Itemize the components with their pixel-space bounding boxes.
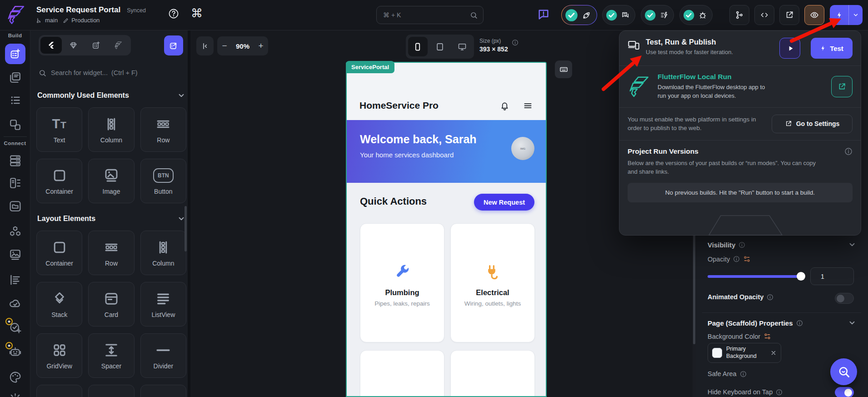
widget-tile-container[interactable]: Container [36, 231, 82, 275]
info-icon[interactable] [733, 256, 740, 262]
preview-button[interactable] [804, 5, 824, 25]
widget-tile-divider[interactable]: Divider [140, 333, 186, 378]
section-collapse-icon[interactable] [848, 241, 856, 249]
tab-premium-widgets[interactable] [63, 37, 84, 54]
sidebar-item-widget-palette[interactable] [5, 44, 25, 64]
environment-name[interactable]: Production [71, 17, 100, 24]
widget-tile-image[interactable]: Image [88, 159, 134, 203]
widget-panel-scrollbar[interactable] [185, 206, 187, 251]
widget-tile-listview[interactable]: ListView [140, 282, 186, 327]
widget-tile-column[interactable]: Column [88, 107, 134, 152]
animated-opacity-toggle[interactable] [835, 293, 854, 304]
run-play-button[interactable] [779, 38, 800, 59]
widget-tile-stack[interactable]: Stack [36, 282, 82, 327]
background-color-chip[interactable]: Primary Background [708, 343, 781, 363]
sidebar-item-cloud-functions[interactable] [9, 297, 22, 310]
widget-tile-row[interactable]: Row [88, 231, 134, 275]
share-button[interactable] [779, 5, 799, 25]
command-search[interactable]: ⌘ + K [376, 6, 484, 24]
branch-name[interactable]: main [45, 17, 58, 24]
sidebar-item-api-calls[interactable] [9, 225, 22, 238]
search-fab[interactable] [830, 358, 857, 385]
hide-keyboard-toggle[interactable] [835, 387, 854, 397]
widget-search-input[interactable] [51, 69, 174, 76]
help-icon[interactable] [168, 8, 179, 19]
run-options-button[interactable] [849, 5, 863, 25]
device-tablet-button[interactable] [430, 37, 450, 56]
nav-build-label: Build [0, 33, 30, 38]
sidebar-item-automations[interactable]: ★ [9, 321, 22, 334]
sidebar-item-media-assets[interactable] [9, 248, 22, 261]
color-swatch[interactable] [712, 348, 722, 358]
widget-tile-label: Divider [154, 362, 174, 370]
popout-icon [169, 41, 178, 50]
info-icon[interactable] [512, 39, 519, 46]
widget-tile-row[interactable]: Row [140, 107, 186, 152]
device-switcher [406, 35, 474, 59]
widget-tile-spacer[interactable]: Spacer [88, 333, 134, 378]
info-icon[interactable] [776, 389, 783, 396]
widget-tile-partial[interactable] [88, 385, 134, 397]
opacity-slider-knob[interactable] [797, 272, 805, 281]
sidebar-item-data-schema[interactable] [9, 176, 22, 190]
go-to-settings-button[interactable]: Go to Settings [772, 115, 853, 133]
flutterflow-logo-icon[interactable] [6, 4, 27, 26]
status-pill-comments[interactable] [602, 5, 635, 25]
tab-custom-widgets[interactable] [85, 37, 107, 54]
sidebar-item-settings[interactable] [9, 392, 22, 397]
zoom-in-button[interactable]: + [257, 41, 265, 51]
sidebar-item-theme[interactable] [9, 371, 22, 384]
close-icon[interactable] [770, 350, 777, 356]
widget-tile-container[interactable]: Container [36, 159, 82, 203]
collapse-panel-button[interactable] [196, 36, 214, 55]
set-from-variable-icon[interactable] [743, 255, 751, 263]
branch-tree-button[interactable] [729, 5, 749, 25]
tab-flutter-widgets[interactable] [40, 37, 62, 54]
phone-preview[interactable]: HomeService Pro Welcome back, Sarah Your… [346, 62, 547, 397]
widget-tile-button[interactable]: BTN Button [140, 159, 186, 203]
widget-tile-text[interactable]: TT Text [36, 107, 82, 152]
sidebar-item-components[interactable] [9, 118, 22, 131]
device-phone-button[interactable] [408, 37, 428, 56]
widget-tile-partial[interactable] [140, 385, 186, 397]
view-code-button[interactable] [754, 5, 774, 25]
info-icon[interactable] [767, 294, 773, 301]
section-collapse-icon[interactable] [848, 319, 856, 327]
info-icon[interactable] [738, 241, 745, 248]
sidebar-item-pages[interactable] [9, 71, 22, 84]
local-run-title: FlutterFlow Local Run [658, 73, 825, 81]
widget-section-header[interactable]: Layout Elements [37, 213, 185, 224]
sidebar-item-database[interactable] [9, 154, 22, 167]
widget-tile-column[interactable]: Column [140, 231, 186, 275]
status-pill-run[interactable] [561, 5, 597, 25]
popout-panel-button[interactable] [164, 35, 183, 55]
go-to-settings-label: Go to Settings [796, 120, 840, 127]
info-icon[interactable] [796, 320, 803, 327]
tab-flutterflow-widgets[interactable] [108, 37, 129, 54]
opacity-input[interactable]: 1 [810, 267, 854, 285]
test-button[interactable]: Test [811, 38, 853, 59]
widget-tile-partial[interactable] [36, 385, 82, 397]
keyboard-shortcuts-button[interactable] [555, 60, 572, 78]
device-desktop-button[interactable] [452, 37, 472, 56]
status-pill-actions[interactable] [641, 5, 674, 25]
sidebar-item-ai-agents[interactable]: ★ [9, 345, 22, 358]
set-from-variable-icon[interactable] [763, 332, 771, 340]
sidebar-item-widget-tree[interactable] [9, 94, 22, 107]
feedback-icon[interactable] [537, 8, 550, 21]
avatar: IMG [511, 137, 534, 160]
widget-tile-card[interactable]: Card [88, 282, 134, 327]
sidebar-item-app-values[interactable] [9, 273, 22, 286]
run-button[interactable] [830, 5, 849, 25]
status-pill-debug[interactable] [679, 5, 713, 25]
shortcuts-icon[interactable]: ⌘ [191, 7, 202, 18]
page-tag[interactable]: ServicePortal [346, 61, 394, 73]
sidebar-item-storage[interactable] [9, 200, 22, 213]
local-run-download-button[interactable] [831, 76, 853, 97]
widget-tile-gridview[interactable]: GridView [36, 333, 82, 378]
opacity-slider[interactable] [708, 275, 805, 278]
info-icon[interactable] [844, 147, 853, 156]
zoom-out-button[interactable]: − [220, 41, 229, 51]
info-icon[interactable] [740, 371, 747, 377]
widget-section-header[interactable]: Commonly Used Elements [37, 90, 185, 101]
